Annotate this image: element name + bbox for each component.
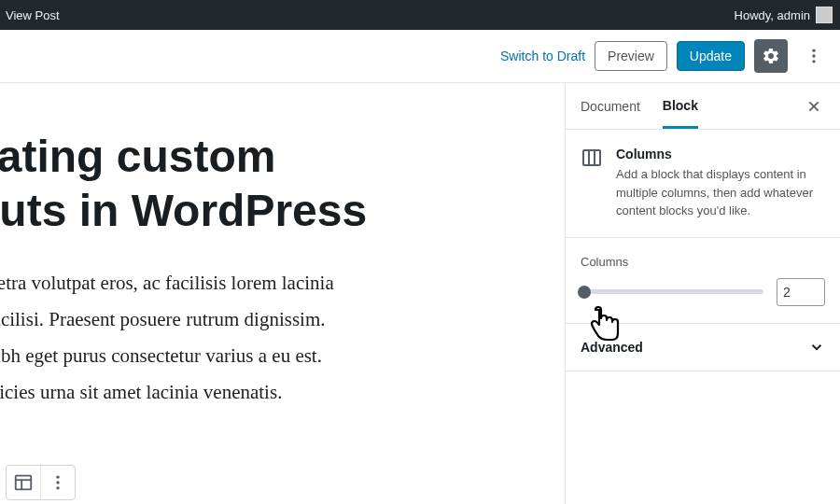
- svg-rect-3: [16, 476, 32, 490]
- block-more-button[interactable]: [41, 466, 75, 499]
- preview-button[interactable]: Preview: [595, 41, 667, 71]
- layout-icon: [13, 472, 34, 493]
- columns-icon: [581, 147, 603, 169]
- svg-point-6: [56, 476, 59, 479]
- editor-canvas[interactable]: eating custom outs in WordPress haretra …: [0, 82, 565, 504]
- switch-to-draft-link[interactable]: Switch to Draft: [500, 49, 585, 63]
- post-title[interactable]: eating custom outs in WordPress: [0, 92, 565, 265]
- columns-label: Columns: [581, 255, 825, 269]
- columns-slider[interactable]: [581, 289, 763, 294]
- svg-rect-11: [583, 150, 600, 165]
- block-name: Columns: [616, 147, 825, 161]
- columns-number-input[interactable]: [777, 278, 825, 306]
- update-button[interactable]: Update: [677, 41, 745, 71]
- block-description: Add a block that displays content in mul…: [616, 165, 825, 220]
- adminbar-greeting[interactable]: Howdy, admin: [735, 8, 810, 22]
- advanced-panel-toggle[interactable]: Advanced: [566, 324, 840, 371]
- block-toolbar: [6, 465, 76, 500]
- svg-point-1: [812, 54, 815, 57]
- settings-button[interactable]: [754, 39, 788, 73]
- slider-thumb[interactable]: [578, 286, 591, 299]
- block-type-button[interactable]: [7, 466, 40, 499]
- ellipsis-vertical-icon: [49, 473, 67, 492]
- svg-point-2: [812, 60, 815, 63]
- svg-point-7: [56, 481, 59, 483]
- tab-document[interactable]: Document: [581, 86, 640, 127]
- gear-icon: [762, 47, 780, 65]
- close-sidebar-button[interactable]: [803, 99, 825, 114]
- chevron-down-icon: [808, 339, 825, 356]
- avatar[interactable]: [816, 7, 833, 23]
- close-icon: [806, 99, 821, 114]
- tab-block[interactable]: Block: [663, 85, 698, 129]
- svg-point-8: [56, 486, 59, 489]
- ellipsis-vertical-icon: [805, 47, 823, 65]
- svg-point-0: [812, 49, 815, 52]
- adminbar-view-post[interactable]: View Post: [0, 8, 60, 22]
- more-menu-button[interactable]: [797, 39, 831, 73]
- post-body[interactable]: haretra volutpat eros, ac facilisis lore…: [0, 265, 565, 410]
